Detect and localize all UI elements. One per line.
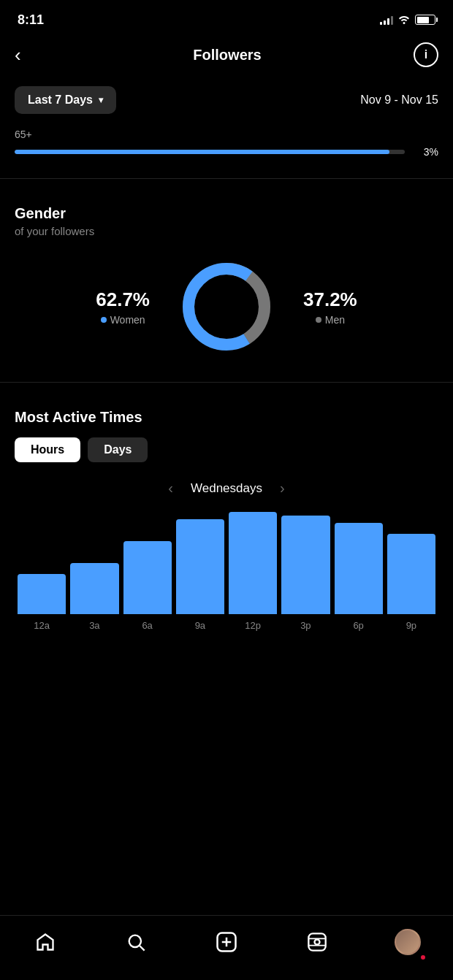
women-label: Women: [96, 314, 150, 326]
bar: [335, 523, 383, 614]
bar-column: 6a: [123, 541, 172, 631]
bar-column: 9p: [387, 534, 435, 631]
divider-2: [0, 382, 453, 383]
bar-x-label: 3p: [300, 620, 311, 631]
signal-icon: [380, 15, 393, 25]
nav-search[interactable]: [118, 925, 153, 960]
men-stat: 37.2% Men: [303, 288, 357, 326]
avatar: [395, 929, 421, 955]
nav-reels[interactable]: [300, 925, 335, 960]
men-label: Men: [303, 314, 357, 326]
bottom-nav: [0, 915, 453, 980]
day-navigator: ‹ Wednesdays ›: [15, 480, 438, 497]
bar-x-label: 6a: [142, 620, 152, 631]
gender-title: Gender: [15, 205, 438, 222]
bar: [70, 563, 118, 614]
bar-x-label: 12a: [34, 620, 50, 631]
active-times-section: Most Active Times Hours Days ‹ Wednesday…: [0, 388, 453, 646]
status-bar: 8:11: [0, 0, 453, 37]
filter-bar: Last 7 Days ▾ Nov 9 - Nov 15: [0, 79, 453, 126]
svg-line-4: [140, 946, 144, 950]
filter-label: Last 7 Days: [28, 93, 93, 107]
men-percentage: 37.2%: [303, 288, 357, 311]
age-progress-row: 3%: [15, 146, 438, 158]
age-progress-fill: [15, 150, 389, 154]
nav-add[interactable]: [209, 925, 244, 960]
info-button[interactable]: i: [414, 42, 438, 67]
divider-1: [0, 178, 453, 179]
bar-x-label: 6p: [353, 620, 363, 631]
hours-toggle[interactable]: Hours: [15, 437, 80, 462]
status-time: 8:11: [18, 12, 44, 28]
bar: [176, 519, 224, 614]
bar: [229, 512, 277, 614]
home-icon: [35, 932, 56, 952]
reels-icon: [307, 932, 327, 952]
back-button[interactable]: ‹: [15, 44, 41, 66]
nav-home[interactable]: [28, 925, 63, 960]
bar-x-label: 9p: [406, 620, 416, 631]
bar-column: 3a: [70, 563, 118, 631]
toggle-row: Hours Days: [15, 437, 438, 462]
svg-point-3: [129, 935, 141, 947]
active-times-title: Most Active Times: [15, 409, 438, 426]
notification-dot: [419, 954, 427, 961]
date-filter-button[interactable]: Last 7 Days ▾: [15, 86, 116, 114]
page-title: Followers: [193, 47, 261, 64]
status-icons: [380, 14, 435, 26]
bar-chart: 12a3a6a9a12p3p6p9p: [15, 514, 438, 631]
svg-rect-8: [308, 933, 325, 950]
women-percentage: 62.7%: [96, 288, 150, 311]
gender-subtitle: of your followers: [15, 225, 438, 237]
svg-point-9: [315, 940, 320, 945]
battery-icon: [415, 15, 435, 25]
current-day: Wednesdays: [191, 481, 262, 496]
days-toggle[interactable]: Days: [88, 437, 148, 462]
bar-column: 3p: [281, 516, 330, 631]
search-icon: [126, 932, 146, 952]
nav-profile[interactable]: [390, 925, 425, 960]
chevron-down-icon: ▾: [99, 95, 103, 105]
age-percentage: 3%: [412, 146, 438, 158]
wifi-icon: [397, 14, 411, 26]
bar: [387, 534, 435, 614]
bar: [123, 541, 172, 614]
bar-column: 6p: [335, 523, 383, 631]
gender-chart: 62.7% Women 37.2% Men: [15, 259, 438, 354]
bar-x-label: 9a: [195, 620, 205, 631]
date-range: Nov 9 - Nov 15: [360, 93, 438, 107]
women-dot: [101, 317, 107, 323]
bar-x-label: 3a: [89, 620, 99, 631]
age-label: 65+: [15, 129, 438, 140]
gender-donut-chart: [179, 259, 274, 354]
bar-x-label: 12p: [245, 620, 261, 631]
bar: [281, 516, 330, 614]
bar-column: 9a: [176, 519, 224, 631]
bar: [18, 574, 66, 614]
age-progress-bar: [15, 150, 405, 154]
women-stat: 62.7% Women: [96, 288, 150, 326]
men-dot: [316, 317, 321, 323]
gender-section: Gender of your followers 62.7% Women 37.…: [0, 185, 453, 376]
bar-column: 12p: [229, 512, 277, 631]
prev-day-button[interactable]: ‹: [168, 480, 173, 497]
age-section: 65+ 3%: [0, 126, 453, 172]
add-icon: [216, 931, 237, 953]
next-day-button[interactable]: ›: [280, 480, 285, 497]
header: ‹ Followers i: [0, 37, 453, 79]
bar-column: 12a: [18, 574, 66, 631]
